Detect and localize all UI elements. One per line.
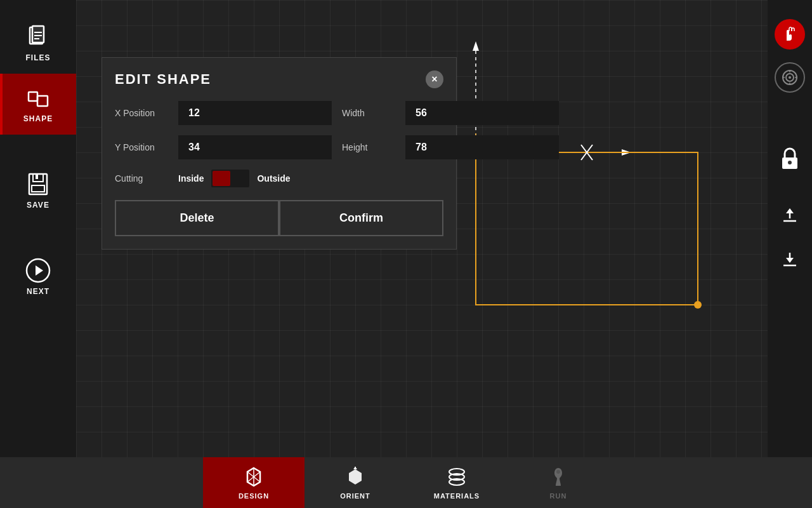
svg-rect-6 bbox=[37, 96, 48, 106]
modal-buttons: Delete Confirm bbox=[115, 200, 443, 236]
svg-point-44 bbox=[556, 470, 560, 474]
design-tab-icon bbox=[242, 465, 265, 488]
cutting-outside-label: Outside bbox=[257, 173, 290, 184]
svg-rect-5 bbox=[29, 92, 37, 101]
download-button[interactable] bbox=[775, 243, 805, 273]
modal-header: EDIT SHAPE × bbox=[115, 70, 443, 88]
tab-orient[interactable]: ORIENT bbox=[304, 457, 406, 508]
svg-marker-40 bbox=[353, 467, 357, 469]
cutting-inside-label: Inside bbox=[178, 173, 204, 184]
sidebar-item-files[interactable]: FILES bbox=[0, 13, 76, 74]
x-position-field: X Position bbox=[115, 101, 332, 125]
delete-button[interactable]: Delete bbox=[115, 200, 279, 236]
tab-materials-label: MATERIALS bbox=[434, 492, 480, 500]
sidebar-item-shape[interactable]: SHAPE bbox=[0, 74, 76, 135]
edit-shape-modal: EDIT SHAPE × X Position Width Y Position… bbox=[102, 57, 457, 250]
sidebar-next-label: NEXT bbox=[27, 287, 49, 296]
modal-fields-grid: X Position Width Y Position Height bbox=[115, 101, 443, 159]
svg-marker-12 bbox=[36, 265, 43, 276]
svg-point-27 bbox=[789, 76, 791, 79]
target-tool-button[interactable] bbox=[775, 62, 805, 93]
y-position-label: Y Position bbox=[115, 142, 172, 152]
orient-tab-icon bbox=[344, 465, 367, 488]
sidebar-item-next[interactable]: NEXT bbox=[0, 246, 76, 307]
modal-title: EDIT SHAPE bbox=[115, 71, 211, 88]
svg-marker-38 bbox=[786, 258, 794, 263]
svg-rect-10 bbox=[32, 185, 44, 192]
sidebar-save-label: SAVE bbox=[27, 201, 49, 210]
lock-button[interactable] bbox=[775, 144, 805, 174]
tab-orient-label: ORIENT bbox=[340, 492, 370, 500]
materials-tab-icon bbox=[445, 465, 468, 488]
x-position-label: X Position bbox=[115, 108, 172, 118]
hand-tool-button[interactable] bbox=[775, 19, 805, 50]
height-field: Height bbox=[342, 135, 559, 159]
height-input[interactable] bbox=[405, 135, 559, 159]
tab-materials[interactable]: MATERIALS bbox=[406, 457, 508, 508]
height-label: Height bbox=[342, 142, 399, 152]
next-icon bbox=[25, 258, 51, 283]
cutting-label: Cutting bbox=[115, 173, 172, 184]
svg-rect-9 bbox=[36, 174, 38, 179]
shape-icon bbox=[25, 85, 51, 110]
modal-close-button[interactable]: × bbox=[426, 70, 443, 88]
tab-run-label: RUN bbox=[550, 492, 567, 500]
x-position-input[interactable] bbox=[178, 101, 332, 125]
width-input[interactable] bbox=[405, 101, 559, 125]
bottom-toolbar: DESIGN ORIENT MATERIALS bbox=[0, 457, 812, 508]
upload-button[interactable] bbox=[775, 199, 805, 230]
cutting-row: Cutting Inside Outside bbox=[115, 170, 443, 187]
right-toolbar bbox=[768, 0, 812, 457]
svg-rect-1 bbox=[32, 26, 44, 43]
svg-marker-35 bbox=[786, 208, 794, 213]
y-position-input[interactable] bbox=[178, 135, 332, 159]
sidebar-files-label: FILES bbox=[25, 53, 50, 62]
files-icon bbox=[25, 24, 51, 50]
tab-run: RUN bbox=[508, 457, 609, 508]
tab-design-label: DESIGN bbox=[239, 492, 269, 500]
y-position-field: Y Position bbox=[115, 135, 332, 159]
confirm-button[interactable]: Confirm bbox=[279, 200, 443, 236]
save-icon bbox=[25, 171, 51, 197]
cutting-toggle-container: Inside Outside bbox=[178, 170, 291, 187]
width-label: Width bbox=[342, 108, 399, 118]
svg-point-33 bbox=[788, 161, 792, 164]
cutting-toggle[interactable] bbox=[211, 170, 249, 187]
sidebar: FILES SHAPE SAVE bbox=[0, 0, 76, 508]
sidebar-item-save[interactable]: SAVE bbox=[0, 160, 76, 221]
run-tab-icon bbox=[547, 465, 570, 488]
tab-design[interactable]: DESIGN bbox=[203, 457, 304, 508]
toggle-thumb bbox=[213, 171, 230, 186]
width-field: Width bbox=[342, 101, 559, 125]
sidebar-shape-label: SHAPE bbox=[23, 114, 53, 123]
